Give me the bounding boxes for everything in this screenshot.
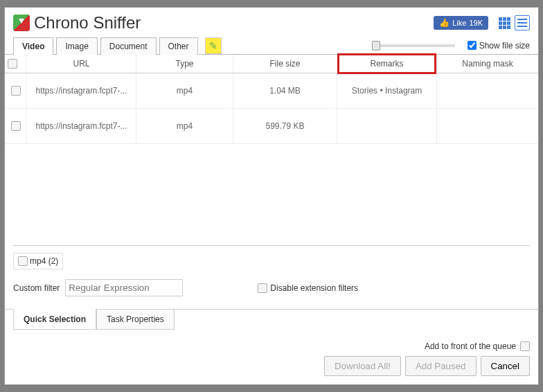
cell-type: mp4 — [136, 73, 233, 108]
cell-url: https://instagram.fcpt7-... — [27, 109, 136, 143]
disable-extension-filters[interactable]: Disable extension filters — [258, 283, 358, 293]
cell-naming — [437, 109, 538, 143]
add-paused-button[interactable]: Add Paused — [405, 356, 477, 376]
table-row[interactable]: https://instagram.fcpt7-... mp4 1.04 MB … — [5, 73, 538, 109]
cell-size: 599.79 KB — [233, 109, 337, 143]
row-checkbox[interactable] — [11, 86, 21, 96]
add-front-queue-label: Add to front of the queue — [425, 341, 516, 351]
cell-url: https://instagram.fcpt7-... — [27, 73, 136, 108]
app-logo-icon — [13, 15, 30, 31]
list-icon — [517, 19, 527, 27]
cell-type: mp4 — [136, 109, 233, 143]
column-type[interactable]: Type — [136, 55, 233, 73]
thumb-up-icon: 👍 — [439, 18, 449, 28]
grid-view-button[interactable] — [497, 15, 512, 30]
tab-document[interactable]: Document — [100, 37, 157, 55]
cell-remarks: Stories • Instagram — [337, 73, 437, 108]
disable-filters-checkbox[interactable] — [258, 283, 267, 293]
slider-thumb[interactable] — [372, 41, 380, 51]
show-file-size-input[interactable] — [468, 41, 477, 50]
column-url[interactable]: URL — [27, 55, 136, 73]
select-all-checkbox[interactable] — [8, 59, 17, 69]
column-remarks[interactable]: Remarks — [337, 55, 437, 73]
tab-video[interactable]: Video — [13, 37, 53, 55]
grid-icon — [499, 17, 510, 29]
row-checkbox[interactable] — [11, 121, 21, 131]
custom-filter-input[interactable] — [65, 279, 183, 296]
show-file-size-checkbox[interactable]: Show file size — [468, 41, 530, 51]
file-type-filter-mp4[interactable]: mp4 (2) — [13, 253, 63, 269]
mp4-filter-checkbox[interactable] — [18, 256, 28, 266]
table-body: https://instagram.fcpt7-... mp4 1.04 MB … — [5, 73, 538, 240]
size-slider[interactable] — [372, 44, 455, 47]
cell-naming — [437, 73, 538, 108]
tab-task-properties[interactable]: Task Properties — [96, 310, 175, 330]
cell-remarks — [337, 109, 437, 143]
tab-quick-selection[interactable]: Quick Selection — [13, 309, 96, 330]
download-all-button[interactable]: Download All! — [324, 356, 401, 376]
table-row[interactable]: https://instagram.fcpt7-... mp4 599.79 K… — [5, 109, 538, 144]
add-front-queue-checkbox[interactable] — [520, 341, 530, 351]
list-view-button[interactable] — [515, 15, 530, 30]
tab-image[interactable]: Image — [56, 37, 97, 55]
column-naming-mask[interactable]: Naming mask — [437, 55, 538, 73]
cancel-button[interactable]: Cancel — [481, 356, 531, 376]
pencil-icon: ✎ — [209, 40, 217, 51]
cell-size: 1.04 MB — [233, 73, 337, 108]
edit-button[interactable]: ✎ — [205, 37, 222, 54]
column-size[interactable]: File size — [233, 55, 337, 73]
facebook-like-button[interactable]: 👍 Like 19K — [434, 16, 488, 30]
tab-other[interactable]: Other — [159, 37, 198, 55]
custom-filter-label: Custom filter — [13, 283, 60, 293]
app-title: Chrono Sniffer — [34, 13, 141, 33]
